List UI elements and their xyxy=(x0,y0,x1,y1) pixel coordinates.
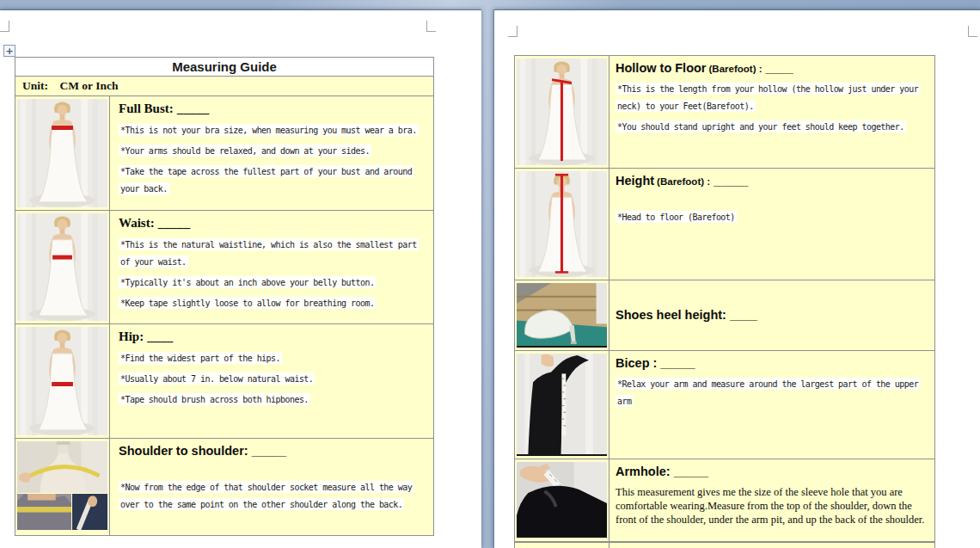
instruction-line: *Typically it's about an inch above your… xyxy=(119,274,426,291)
section-heading: Height(Barefoot) :_____ xyxy=(616,174,929,188)
text-boundary-mark xyxy=(426,21,436,32)
height-photo xyxy=(517,171,607,277)
partial-image-cell xyxy=(515,543,609,548)
instruction-line: *Usually about 7 in. below natural waist… xyxy=(119,370,426,387)
section-heading: Shoes heel height:____ xyxy=(616,286,929,322)
waist-tape-photo xyxy=(17,494,71,530)
bride-red-band-waist-illustration xyxy=(17,213,107,321)
waist-image-cell xyxy=(15,211,110,323)
hollow-to-floor-text-cell: Hollow to Floor(Barefoot) :____ *This is… xyxy=(609,56,934,168)
section-heading: Armhole:_____ xyxy=(616,465,929,478)
word-workspace: + Measuring Guide Unit: CM or Inch xyxy=(0,0,980,548)
hollow-to-floor-illustration xyxy=(517,58,607,165)
heel-image-cell xyxy=(515,280,609,350)
table-row: Shoulder to shoulder:_____ *Now from the… xyxy=(15,439,433,535)
full-bust-photo xyxy=(17,99,107,207)
armhole-text-cell: Armhole:_____ This measurement gives me … xyxy=(609,459,934,541)
hip-image-cell xyxy=(15,324,110,438)
bicep-image-cell xyxy=(515,351,609,459)
high-heel-illustration xyxy=(517,283,607,346)
mannequin-shoulder-photo xyxy=(17,441,107,493)
shoulder-photo-collage xyxy=(17,441,107,530)
page-title: Measuring Guide xyxy=(172,59,277,74)
table-row: Full Bust:_____ *This is not your bra si… xyxy=(15,96,433,211)
section-heading: Waist:_____ xyxy=(119,216,426,231)
text-boundary-mark xyxy=(508,26,518,37)
unit-label: Unit: CM or Inch xyxy=(22,79,119,93)
full-bust-image-cell xyxy=(15,96,110,210)
instruction-line: *Your arms should be relaxed, and down a… xyxy=(119,142,426,159)
partial-text-cell xyxy=(609,543,934,548)
instruction-line: *This is not your bra size, when measuri… xyxy=(119,121,426,139)
section-heading: Hollow to Floor(Barefoot) :____ xyxy=(616,61,929,75)
armhole-description: This measurement gives me the size of th… xyxy=(616,485,929,526)
instruction-line: *Relax your arm and measure around the l… xyxy=(616,375,929,409)
section-heading: Bicep :_____ xyxy=(616,356,929,370)
armhole-image-cell xyxy=(515,459,609,541)
tape-measure-photo xyxy=(72,494,107,530)
hip-text-cell: Hip:____ *Find the widest part of the hi… xyxy=(110,324,433,438)
instruction-line: *Head to floor (Barefoot) xyxy=(616,208,929,225)
table-title-row: Measuring Guide xyxy=(15,58,433,77)
document-page-left: + Measuring Guide Unit: CM or Inch xyxy=(0,9,481,548)
instruction-line: *You should stand upright and your feet … xyxy=(616,118,929,135)
instruction-line: *Now from the edge of that shoulder sock… xyxy=(119,478,426,513)
instruction-line: *Keep tape slightly loose to allow for b… xyxy=(119,294,426,311)
section-heading: Full Bust:_____ xyxy=(119,102,426,116)
table-row: Waist:_____ *This is the natural waistli… xyxy=(15,211,433,324)
table-row-partial xyxy=(515,542,934,548)
table-row: Hip:____ *Find the widest part of the hi… xyxy=(15,324,433,439)
armhole-photo xyxy=(517,462,607,538)
hollow-to-floor-photo xyxy=(517,58,607,165)
table-row: Bicep :_____ *Relax your arm and measure… xyxy=(515,351,934,459)
instruction-line: *This is the natural waistline, which is… xyxy=(119,236,426,270)
instruction-line: *Take the tape across the fullest part o… xyxy=(119,163,426,197)
section-heading: Hip:____ xyxy=(119,329,426,344)
armhole-measure-illustration xyxy=(517,462,607,536)
full-bust-text-cell: Full Bust:_____ *This is not your bra si… xyxy=(110,96,433,210)
table-move-handle-icon[interactable]: + xyxy=(3,45,15,57)
move-glyph: + xyxy=(5,46,13,56)
bride-red-band-hip-illustration xyxy=(17,327,107,435)
table-row: Height(Barefoot) :_____ *Head to floor (… xyxy=(515,169,934,280)
hip-photo xyxy=(17,327,107,435)
section-heading: Shoulder to shoulder:_____ xyxy=(119,444,426,458)
shoulder-image-cell xyxy=(15,439,110,535)
high-heel-photo xyxy=(517,283,607,348)
waist-text-cell: Waist:_____ *This is the natural waistli… xyxy=(110,211,433,323)
instruction-line: *Find the widest part of the hips. xyxy=(119,349,426,366)
bicep-text-cell: Bicep :_____ *Relax your arm and measure… xyxy=(609,351,934,459)
height-illustration xyxy=(517,171,607,277)
heel-text-cell: Shoes heel height:____ xyxy=(609,280,934,350)
text-boundary-mark xyxy=(0,21,9,32)
height-image-cell xyxy=(515,169,609,280)
height-text-cell: Height(Barefoot) :_____ *Head to floor (… xyxy=(609,169,934,280)
text-boundary-mark xyxy=(968,26,977,37)
instruction-line: *This is the length from your hollow (th… xyxy=(616,80,929,114)
table-row: Armhole:_____ This measurement gives me … xyxy=(515,459,934,542)
measuring-guide-table: Measuring Guide Unit: CM or Inch xyxy=(15,57,434,536)
instruction-line: *Tape should brush across both hipbones. xyxy=(119,391,426,408)
hollow-to-floor-image-cell xyxy=(515,56,609,168)
bicep-measure-illustration xyxy=(517,354,607,454)
bicep-photo xyxy=(517,354,607,456)
unit-row: Unit: CM or Inch xyxy=(15,77,433,96)
waist-photo xyxy=(17,213,107,321)
table-row: Shoes heel height:____ xyxy=(515,280,934,351)
measuring-guide-table-page2: Hollow to Floor(Barefoot) :____ *This is… xyxy=(514,55,935,548)
bride-red-band-bust-illustration xyxy=(17,99,107,207)
table-row: Hollow to Floor(Barefoot) :____ *This is… xyxy=(515,56,934,169)
shoulder-text-cell: Shoulder to shoulder:_____ *Now from the… xyxy=(110,439,433,535)
document-page-right: Hollow to Floor(Barefoot) :____ *This is… xyxy=(493,9,980,548)
